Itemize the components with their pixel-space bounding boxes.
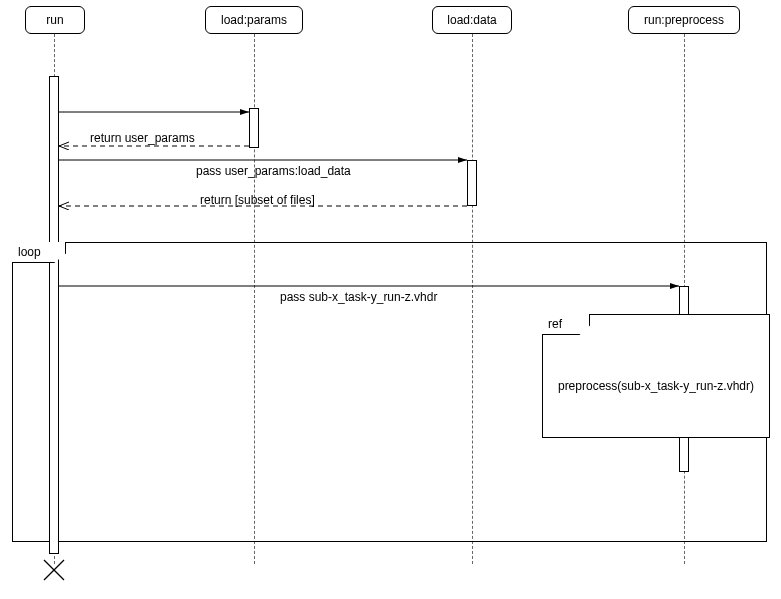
loop-label: loop bbox=[12, 242, 66, 263]
msg-pass-load-data: pass user_params:load_data bbox=[196, 164, 351, 178]
ref-label: ref bbox=[542, 314, 590, 335]
activation-load-params bbox=[249, 108, 259, 148]
activation-run bbox=[49, 76, 59, 554]
participant-load-params: load:params bbox=[205, 6, 303, 34]
msg-return-user-params: return user_params bbox=[90, 131, 195, 145]
msg-pass-vhdr: pass sub-x_task-y_run-z.vhdr bbox=[280, 290, 437, 304]
participant-run: run bbox=[25, 6, 85, 34]
participant-load-data: load:data bbox=[432, 6, 512, 34]
msg-return-subset: return [subset of files] bbox=[200, 193, 315, 207]
ref-text: preprocess(sub-x_task-y_run-z.vhdr) bbox=[543, 379, 769, 393]
participant-run-preprocess: run:preprocess bbox=[628, 6, 740, 34]
activation-load-data bbox=[467, 160, 477, 206]
